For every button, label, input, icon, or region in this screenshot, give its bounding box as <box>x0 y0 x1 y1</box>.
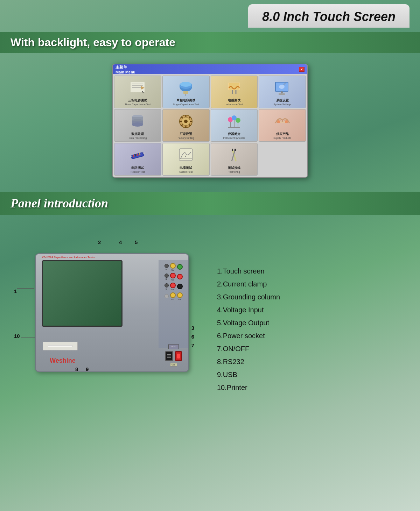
conn-ua3: Ua <box>177 292 183 300</box>
inductance-icon <box>225 79 243 97</box>
conn-ub: Ub <box>170 273 176 281</box>
header-section: 8.0 Inch Touch Screen <box>0 0 420 32</box>
svg-rect-18 <box>279 93 285 95</box>
callout-10: 10 <box>14 333 20 339</box>
svg-point-25 <box>132 122 143 127</box>
usb-port: USB <box>170 363 177 367</box>
power-row <box>165 351 182 361</box>
brand-w: W <box>50 357 56 364</box>
conn-uc2-terminal <box>177 284 183 289</box>
svg-point-19 <box>279 85 285 89</box>
window-menu-row3: 电阻测试 Resistor Test A 电流测试 Current Test <box>113 143 307 177</box>
menu-item-instrument[interactable]: 仪器简介 Instrument synopsis <box>211 109 258 142</box>
menu-item-resistor[interactable]: 电阻测试 Resistor Test <box>114 143 161 176</box>
callout-3: 3 <box>191 325 194 331</box>
backlight-section: With backlight, easy to operate <box>0 32 420 53</box>
conn-uc-terminal <box>170 283 176 288</box>
switch-toggle <box>177 354 180 359</box>
menu-item-three-cap[interactable]: 三相电容测试 Three Capacitance Test <box>114 76 161 108</box>
three-cap-label-en: Three Capacitance Test <box>125 103 150 106</box>
conn-ib-dot <box>164 274 169 278</box>
menu-item-inductance[interactable]: 电感测试 Inductance Test <box>211 76 258 108</box>
device-brand: Weshine <box>50 357 76 364</box>
current-icon: A <box>177 146 195 164</box>
svg-point-44 <box>277 120 280 123</box>
panel-title: Panel introduction <box>10 196 108 210</box>
resistor-icon <box>128 146 147 164</box>
callout-line-10 <box>21 338 35 338</box>
single-cap-label-cn: 单相电容测试 <box>176 98 195 103</box>
conn-ua: Ua <box>170 263 176 271</box>
callout-9: 9 <box>86 366 89 372</box>
conn-ub2 <box>177 274 183 280</box>
panel-intro-content: 2 4 5 VS-J280A Capacitance and Inductanc… <box>0 232 420 411</box>
feature-9: 9.USB <box>217 371 406 379</box>
feature-list: 1.Touch screen 2.Current clamp 3.Groundi… <box>217 239 406 397</box>
window-close-button[interactable]: × <box>299 67 304 72</box>
brand-rest: eshine <box>56 357 76 364</box>
feature-1: 1.Touch screen <box>217 267 406 275</box>
conn-ia-dot <box>164 264 169 268</box>
conn-uo: Uo Ua <box>164 292 183 300</box>
single-cap-label-en: Single Capacitance Test <box>173 103 199 106</box>
svg-marker-60 <box>232 149 233 151</box>
power-socket-inner <box>167 354 171 358</box>
conn-ib-ub: Ib Ub <box>164 273 183 281</box>
feature-2: 2.Current clamp <box>217 280 406 288</box>
menu-item-wiring[interactable]: 测试接线 Test wiring <box>211 143 258 176</box>
menu-item-current[interactable]: A 电流测试 Current Test <box>162 143 210 176</box>
callout-8: 8 <box>75 366 78 372</box>
conn-ic: Ic <box>164 283 169 290</box>
svg-text:A: A <box>185 155 186 157</box>
callout-6: 6 <box>191 334 194 340</box>
conn-uo-dot <box>164 294 169 298</box>
menu-item-data[interactable]: 数据处理 Data Processing <box>114 109 161 142</box>
device-screen <box>42 260 122 327</box>
system-label-cn: 系统设置 <box>276 98 289 103</box>
callout-line-1 <box>17 288 34 289</box>
system-icon <box>273 79 292 97</box>
feature-8: 8.RS232 <box>217 358 406 366</box>
svg-point-39 <box>236 118 240 123</box>
single-cap-icon <box>177 79 195 97</box>
instrument-label-en: Instrument synopsis <box>223 137 245 139</box>
svg-point-45 <box>285 120 288 123</box>
menu-item-empty <box>259 143 306 176</box>
window-menu-grid: 三相电容测试 Three Capacitance Test 单相电容测试 Sin… <box>113 74 307 143</box>
feature-6: 6.Power socket <box>217 332 406 340</box>
menu-item-system[interactable]: 系统设置 System Settings <box>259 76 306 108</box>
menu-item-single-cap[interactable]: 单相电容测试 Single Capacitance Test <box>162 76 210 108</box>
conn-ic-uc: Ic Uc <box>164 283 183 291</box>
callout-7: 7 <box>191 342 194 348</box>
callout-4: 4 <box>119 239 122 245</box>
feature-3: 3.Grounding column <box>217 293 406 301</box>
data-label-en: Data Processing <box>129 137 147 139</box>
supply-label-en: Supply Products <box>273 137 291 139</box>
callout-1: 1 <box>14 288 17 294</box>
conn-ua3-t <box>177 292 183 298</box>
header-title: 8.0 Inch Touch Screen <box>262 9 396 24</box>
conn-uo-inner <box>164 294 169 299</box>
supply-label-cn: 供应产品 <box>276 132 289 136</box>
factory-label-cn: 厂家设置 <box>180 132 192 136</box>
data-label-cn: 数据处理 <box>131 132 144 136</box>
instrument-icon <box>225 112 243 130</box>
menu-item-supply[interactable]: 供应产品 Supply Products <box>259 109 306 142</box>
screen-window: 主菜单 Main Menu × 三相电容测试 <box>112 64 308 178</box>
feature-5: 5.Voltage Output <box>217 319 406 327</box>
conn-uo-t <box>170 292 176 298</box>
inductance-label-en: Inductance Test <box>225 103 243 106</box>
instrument-label-cn: 仪器简介 <box>228 132 240 136</box>
conn-ua2 <box>177 264 183 270</box>
menu-item-factory[interactable]: 厂家设置 Factory Setting <box>162 109 210 142</box>
three-cap-icon <box>128 79 147 97</box>
svg-marker-61 <box>234 149 236 151</box>
screen-container: 主菜单 Main Menu × 三相电容测试 <box>0 64 420 178</box>
supply-icon <box>273 112 292 130</box>
wiring-label-en: Test wiring <box>228 171 240 173</box>
printer-slot <box>43 342 78 350</box>
wiring-label-cn: 测试接线 <box>228 166 240 170</box>
svg-point-8 <box>180 82 191 87</box>
backlight-title: With backlight, easy to operate <box>10 36 175 49</box>
conn-ia-ua: Ia Ua <box>164 263 183 271</box>
